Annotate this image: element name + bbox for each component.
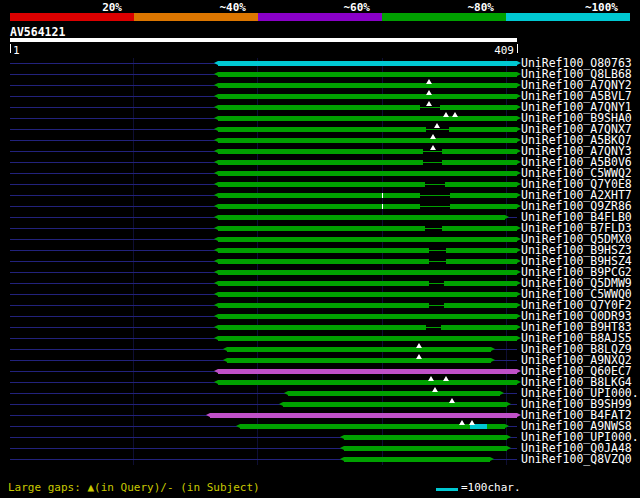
hit-bar[interactable] [218, 105, 517, 110]
hit-bar[interactable] [344, 457, 489, 462]
hit-bar-right-arrow [517, 105, 521, 109]
subject-gap-line [429, 261, 446, 262]
hit-bar[interactable] [218, 204, 517, 209]
hit-bar[interactable] [218, 237, 517, 242]
hit-bar[interactable] [210, 413, 517, 418]
hit-bar-left-arrow [340, 446, 344, 450]
hit-bar-left-arrow [214, 259, 218, 263]
subject-gap-line [425, 184, 445, 185]
subject-gap-segment [425, 182, 445, 187]
hit-bar-left-arrow [214, 380, 218, 384]
hit-bar-right-arrow [517, 72, 521, 76]
subject-gap-line [426, 327, 441, 328]
hit-bar-left-arrow [214, 149, 218, 153]
hit-bar-left-arrow [223, 358, 227, 362]
hit-bar-left-arrow [214, 292, 218, 296]
hit-bar[interactable] [288, 391, 499, 396]
hit-bar[interactable] [218, 248, 517, 253]
hit-bar-right-arrow [500, 391, 504, 395]
hit-bar-right-arrow [517, 303, 521, 307]
hit-bar[interactable] [227, 347, 490, 352]
hit-bar-left-arrow [214, 83, 218, 87]
hit-bar-right-arrow [517, 281, 521, 285]
hit-bar-right-arrow [517, 325, 521, 329]
hit-bar[interactable] [218, 325, 517, 330]
subject-gap-segment [429, 281, 444, 286]
hit-bar[interactable] [218, 369, 517, 374]
hit-bar-right-arrow [507, 435, 511, 439]
hit-bar[interactable] [218, 281, 517, 286]
hit-bar-left-arrow [214, 303, 218, 307]
hit-bar[interactable] [218, 215, 505, 220]
hit-bar-left-arrow [214, 94, 218, 98]
scale-segment [10, 13, 134, 21]
query-gap-marker [443, 112, 449, 117]
hit-bar[interactable] [218, 127, 517, 132]
subject-gap-segment [425, 226, 442, 231]
hit-bar-right-arrow [517, 413, 521, 417]
query-bar [10, 38, 517, 42]
hit-bar[interactable] [218, 259, 517, 264]
hit-bar[interactable] [218, 193, 517, 198]
subject-gap-segment [426, 325, 441, 330]
hit-bar[interactable] [218, 138, 517, 143]
hit-bar[interactable] [218, 116, 517, 121]
hit-bar-right-arrow [507, 446, 511, 450]
hit-bar-right-arrow [517, 171, 521, 175]
alignment-break-tick [382, 204, 383, 209]
hit-bar-right-arrow [517, 336, 521, 340]
hit-bar-left-arrow [236, 424, 240, 428]
coord-start-label: 1 [13, 44, 20, 57]
hit-bar-left-arrow [340, 435, 344, 439]
hit-bar-right-arrow [517, 116, 521, 120]
hit-bar[interactable] [218, 226, 517, 231]
hit-bar[interactable] [218, 171, 517, 176]
hit-bar[interactable] [218, 72, 517, 77]
hit-bar[interactable] [218, 83, 517, 88]
hit-bar-right-arrow [517, 380, 521, 384]
hit-bar[interactable] [344, 435, 507, 440]
hit-bar-right-arrow [517, 182, 521, 186]
scale-segment [382, 13, 506, 21]
hit-bar[interactable] [218, 94, 517, 99]
hit-bar[interactable] [218, 336, 517, 341]
subject-gap-line [420, 206, 450, 207]
hit-bar[interactable] [218, 149, 517, 154]
hit-bar-left-arrow [214, 237, 218, 241]
hit-bar-right-arrow [507, 402, 511, 406]
hit-bar-left-arrow [214, 138, 218, 142]
hit-bar-right-arrow [517, 248, 521, 252]
hit-label[interactable]: UniRef100_Q8VZQ0 [521, 454, 632, 465]
hit-bar-left-arrow [214, 325, 218, 329]
hit-bar[interactable] [218, 292, 517, 297]
subject-gap-segment [420, 193, 450, 198]
hit-bar[interactable] [218, 314, 517, 319]
hit-bar[interactable] [218, 182, 517, 187]
subject-gap-line [420, 107, 440, 108]
hit-bar[interactable] [218, 380, 517, 385]
query-gap-marker [469, 420, 475, 425]
hit-bar[interactable] [218, 303, 517, 308]
hit-bar[interactable] [218, 270, 517, 275]
hit-bar-left-arrow [214, 116, 218, 120]
hit-bar[interactable] [218, 61, 517, 66]
subject-gap-line [429, 250, 446, 251]
hit-bar-right-arrow [517, 94, 521, 98]
hit-bar[interactable] [227, 358, 490, 363]
hit-bar[interactable] [218, 160, 517, 165]
query-gap-marker [426, 101, 432, 106]
hit-bar-left-arrow [214, 226, 218, 230]
hit-bar-right-arrow [517, 83, 521, 87]
query-gap-marker [428, 376, 434, 381]
hit-bar-left-arrow [214, 193, 218, 197]
hit-bar-left-arrow [214, 127, 218, 131]
hit-bar-left-arrow [284, 391, 288, 395]
hit-bar[interactable] [344, 446, 507, 451]
hit-bar-right-arrow [517, 61, 521, 65]
hit-bar-right-arrow [517, 204, 521, 208]
hit-bar-left-arrow [214, 314, 218, 318]
hit-bar[interactable] [283, 402, 507, 407]
hit-bar-right-arrow [517, 160, 521, 164]
query-gap-marker [416, 343, 422, 348]
hit-bar-left-arrow [214, 336, 218, 340]
